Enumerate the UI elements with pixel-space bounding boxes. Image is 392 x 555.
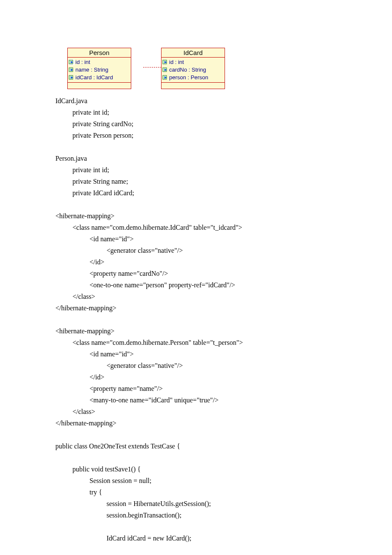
property-icon [69, 59, 75, 65]
uml-attrs: id : int cardNo : String person : Person [161, 58, 225, 83]
uml-ops [161, 83, 225, 89]
code-line: session.beginTransaction(); [55, 509, 328, 521]
property-icon [69, 75, 75, 81]
uml-attr: idCard : IdCard [69, 74, 130, 81]
code-line: Session session = null; [55, 475, 328, 486]
document-page: Person id : int name : String idCard : I… [0, 0, 328, 544]
code-line: public void testSave1() { [55, 463, 328, 475]
property-icon [162, 67, 168, 73]
uml-class-title: IdCard [161, 48, 225, 58]
code-line: <hibernate-mapping> [55, 325, 328, 337]
uml-diagram: Person id : int name : String idCard : I… [67, 48, 328, 89]
code-line: IdCard.java [55, 95, 328, 107]
code-line: IdCard idCard = new IdCard(); [55, 532, 328, 544]
code-line: </hibernate-mapping> [55, 302, 328, 314]
code-line: private IdCard idCard; [55, 187, 328, 199]
code-line: </class> [55, 291, 328, 302]
uml-attr-text: idCard : IdCard [75, 74, 113, 81]
property-icon [162, 75, 168, 81]
uml-attr-text: cardNo : String [169, 66, 206, 74]
uml-attr: cardNo : String [162, 66, 224, 74]
code-line: <one-to-one name="person" property-ref="… [55, 279, 328, 291]
uml-attr: person : Person [162, 74, 224, 81]
uml-attr: id : int [69, 58, 130, 66]
uml-class-idcard: IdCard id : int cardNo : String person :… [161, 48, 225, 89]
code-line: </hibernate-mapping> [55, 417, 328, 429]
uml-class-title: Person [68, 48, 131, 58]
code-line: private String name; [55, 176, 328, 187]
code-line: private Person person; [55, 130, 328, 141]
code-line: <generator class="native"/> [55, 245, 328, 256]
property-icon [162, 59, 168, 65]
code-line: public class One2OneTest extends TestCas… [55, 440, 328, 452]
code-line: <class name="com.demo.hibernate.Person" … [55, 337, 328, 348]
uml-attr: id : int [162, 58, 224, 66]
code-line: private int id; [55, 164, 328, 176]
property-icon [69, 67, 75, 73]
code-line: </class> [55, 406, 328, 417]
code-line: </id> [55, 256, 328, 268]
code-line: </id> [55, 371, 328, 383]
code-line: Person.java [55, 153, 328, 164]
code-line: try { [55, 486, 328, 498]
code-line: session = HibernateUtils.getSession(); [55, 498, 328, 509]
uml-ops [68, 83, 131, 89]
code-line: <property name="name"/> [55, 383, 328, 394]
code-line: <hibernate-mapping> [55, 210, 328, 222]
uml-attrs: id : int name : String idCard : IdCard [68, 58, 131, 83]
code-line: <id name="id"> [55, 233, 328, 245]
uml-attr-text: person : Person [169, 74, 208, 81]
uml-attr-text: id : int [75, 58, 90, 66]
code-line: private String cardNo; [55, 118, 328, 130]
code-line: <many-to-one name="idCard" unique="true"… [55, 394, 328, 406]
code-line: <generator class="native"/> [55, 360, 328, 371]
code-line: <property name="cardNo"/> [55, 268, 328, 279]
code-line: <id name="id"> [55, 348, 328, 360]
uml-class-person: Person id : int name : String idCard : I… [67, 48, 131, 89]
code-line: <class name="com.demo.hibernate.IdCard" … [55, 222, 328, 233]
uml-attr-text: name : String [75, 66, 108, 74]
uml-attr-text: id : int [169, 58, 184, 66]
uml-attr: name : String [69, 66, 130, 74]
code-line: private int id; [55, 107, 328, 118]
